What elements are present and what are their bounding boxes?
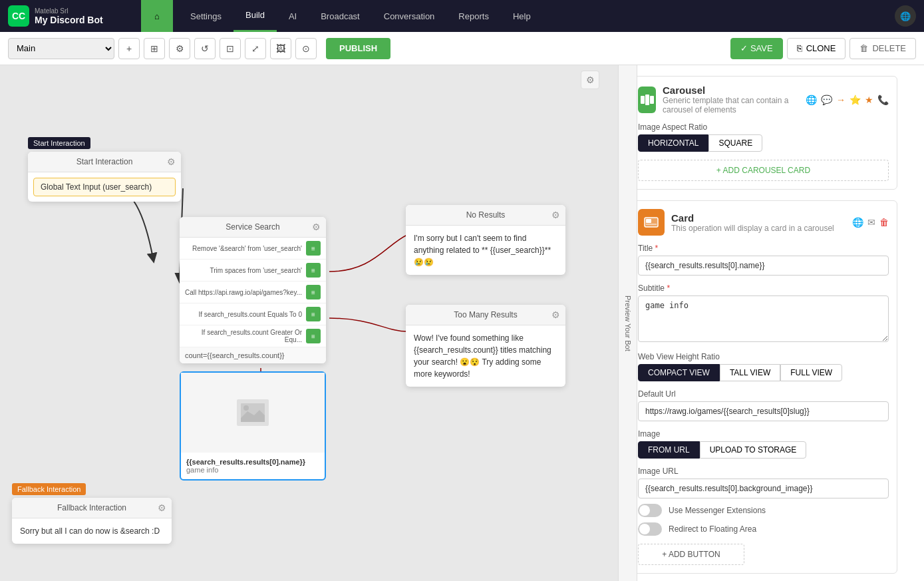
carousel-icon-3[interactable]: → [836,95,846,105]
carousel-title-group: Carousel Generic template that can conta… [663,85,799,114]
top-nav: CC Matelab Srl My Discord Bot ⌂ Settings… [0,0,924,32]
subtitle-label: Subtitle * [638,284,889,293]
add-button-btn[interactable]: + ADD BUTTON [638,544,744,565]
nav-reports[interactable]: Reports [446,0,501,32]
title-input[interactable] [638,256,889,276]
svg-rect-6 [645,95,649,105]
nav-build[interactable]: Build [233,0,277,32]
no-results-header: No Results ⚙ [406,205,565,226]
start-node[interactable]: Start Interaction ⚙ Global Text Input (u… [28,152,181,202]
carousel-icon [638,87,656,113]
image-url-input[interactable] [638,479,889,498]
main-layout: ⚙ [0,65,924,581]
webview-compact-btn[interactable]: COMPACT VIEW [638,364,720,381]
brand-company: Matelab Srl [35,7,103,15]
card-header: Card This operation will display a card … [638,209,889,236]
aspect-square-btn[interactable]: SQUARE [708,134,762,152]
fallback-gear-icon[interactable]: ⚙ [158,502,166,513]
card-icon-globe[interactable]: 🌐 [852,217,863,228]
card-preview-image [181,373,325,453]
no-results-node[interactable]: No Results ⚙ I'm sorry but I can't seem … [406,205,565,275]
flow-selector[interactable]: Main [8,38,114,59]
image-upload-btn[interactable]: UPLOAD TO STORAGE [700,441,807,459]
no-results-body: I'm sorry but I can't seem to find anyth… [406,226,565,275]
card-title: Card [671,212,834,224]
toolbar-icon3[interactable]: ↺ [194,38,216,59]
card-subtitle-label: This operation will display a card in a … [671,224,834,233]
service-step-3[interactable]: Call https://api.rawg.io/api/games?key..… [180,282,326,303]
brand-text: Matelab Srl My Discord Bot [35,7,103,25]
too-many-node[interactable]: Too Many Results ⚙ Wow! I've found somet… [406,305,565,387]
card-icon-delete[interactable]: 🗑 [879,217,889,228]
card-icon [638,209,665,236]
webview-group: COMPACT VIEW TALL VIEW FULL VIEW [638,364,889,381]
toolbar-icon2[interactable]: ⚙ [169,38,190,59]
toolbar-icon6[interactable]: 🖼 [270,38,291,59]
add-button[interactable]: + [118,38,140,59]
brand-name: My Discord Bot [35,15,103,25]
aspect-horizontal-btn[interactable]: HORIZONTAL [638,134,708,152]
default-url-input[interactable] [638,401,889,421]
image-group: FROM URL UPLOAD TO STORAGE [638,441,889,459]
toolbar-icon5[interactable]: ⤢ [245,38,266,59]
nav-settings[interactable]: Settings [178,0,233,32]
svg-point-4 [243,405,249,411]
nav-conversation[interactable]: Conversation [372,0,447,32]
carousel-icon-6[interactable]: 📞 [877,95,889,105]
fallback-label: Fallback Interaction [12,483,86,495]
canvas[interactable]: ⚙ [0,65,618,581]
sidebar-content: Carousel Generic template that can conta… [619,65,908,581]
nav-ai[interactable]: AI [277,0,309,32]
carousel-icon-4[interactable]: ⭐ [849,95,861,105]
toolbar-icon1[interactable]: ⊞ [144,38,165,59]
toolbar-icon4[interactable]: ⊡ [220,38,241,59]
too-many-gear-icon[interactable]: ⚙ [551,309,560,320]
service-step-4[interactable]: If search_results.count Equals To 0 ≡ [180,303,326,325]
image-from-url-btn[interactable]: FROM URL [638,441,700,459]
carousel-action-icons: 🌐 💬 → ⭐ ★ 📞 [806,95,889,105]
carousel-icon-1[interactable]: 🌐 [806,95,817,105]
publish-button[interactable]: PUBLISH [326,38,390,59]
preview-toggle[interactable]: Preview Your Bot [619,65,637,581]
carousel-icon-5[interactable]: ★ [865,95,873,105]
messenger-extensions-toggle[interactable] [638,504,662,517]
card-preview[interactable]: {{search_results.results[0].name}} game … [180,371,326,481]
no-results-gear-icon[interactable]: ⚙ [551,210,560,220]
service-search-node[interactable]: Service Search ⚙ Remove '&search' from '… [180,217,326,363]
step-icon-2: ≡ [306,263,321,278]
fallback-body: Sorry but all I can do now is &search :D [12,518,172,544]
globe-icon[interactable]: 🌐 [895,5,916,27]
canvas-settings-icon[interactable]: ⚙ [581,71,599,89]
floating-area-toggle[interactable] [638,522,662,536]
default-url-label: Default Url [638,389,889,399]
clone-button[interactable]: ⎘ CLONE [787,38,846,59]
action-buttons: ✓ SAVE ⎘ CLONE 🗑 DELETE [730,38,916,59]
delete-button[interactable]: 🗑 DELETE [849,38,916,59]
save-button[interactable]: ✓ SAVE [730,38,782,59]
brand-logo: CC [8,5,29,27]
nav-home-button[interactable]: ⌂ [141,0,173,32]
start-gear-icon[interactable]: ⚙ [167,156,176,167]
service-step-1[interactable]: Remove '&search' from 'user_search' ≡ [180,238,326,260]
webview-full-btn[interactable]: FULL VIEW [780,364,842,381]
nav-help[interactable]: Help [501,0,543,32]
start-label: Start Interaction [28,137,90,149]
service-node-header: Service Search ⚙ [180,217,326,238]
nav-broadcast[interactable]: Broadcast [309,0,372,32]
service-step-2[interactable]: Trim spaces from 'user_search' ≡ [180,260,326,282]
step-icon-1: ≡ [306,241,321,256]
fallback-node[interactable]: Fallback Interaction ⚙ Sorry but all I c… [12,498,172,544]
toolbar-icon7[interactable]: ⊙ [295,38,317,59]
add-carousel-card-btn[interactable]: + ADD CAROUSEL CARD [638,160,889,181]
carousel-icon-2[interactable]: 💬 [821,95,832,105]
service-gear-icon[interactable]: ⚙ [312,222,321,232]
card-icon-mail[interactable]: ✉ [867,217,875,228]
service-count: count={{search_results.count}} [180,347,326,363]
webview-tall-btn[interactable]: TALL VIEW [720,364,780,381]
card-action-icons: 🌐 ✉ 🗑 [852,217,889,228]
subtitle-input[interactable]: game info [638,295,889,342]
step-icon-4: ≡ [306,307,321,321]
delete-icon: 🗑 [859,43,868,53]
step-icon-5: ≡ [306,329,321,343]
service-step-5[interactable]: If search_results.count Greater Or Equ..… [180,325,326,347]
